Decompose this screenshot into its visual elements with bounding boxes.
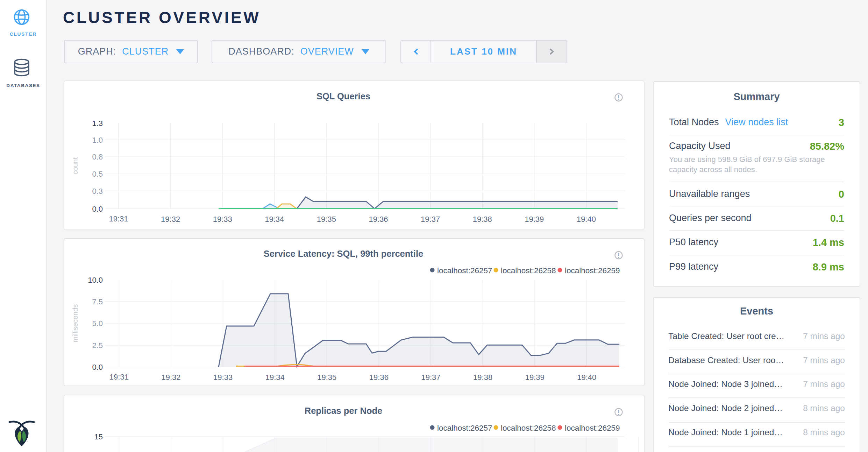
svg-text:0.5: 0.5: [92, 170, 103, 178]
svg-text:localhost:26257: localhost:26257: [437, 266, 492, 275]
svg-text:Replicas per Node: Replicas per Node: [305, 406, 383, 416]
svg-text:19:37: 19:37: [421, 215, 440, 224]
svg-text:milliseconds: milliseconds: [71, 304, 79, 342]
svg-text:19:38: 19:38: [473, 373, 492, 382]
svg-text:0.0: 0.0: [92, 363, 103, 372]
svg-text:2.5: 2.5: [92, 341, 103, 350]
svg-text:15: 15: [94, 432, 103, 441]
svg-text:SQL Queries: SQL Queries: [316, 91, 370, 101]
svg-text:localhost:26258: localhost:26258: [501, 266, 556, 275]
svg-text:19:31: 19:31: [109, 373, 129, 381]
svg-text:19:32: 19:32: [161, 215, 180, 224]
svg-text:19:35: 19:35: [317, 215, 336, 224]
svg-text:1.3: 1.3: [92, 119, 103, 128]
svg-text:19:33: 19:33: [213, 373, 233, 382]
svg-text:count: count: [71, 157, 79, 174]
svg-text:0.3: 0.3: [92, 187, 103, 196]
svg-text:10.0: 10.0: [88, 276, 103, 284]
svg-text:19:34: 19:34: [265, 373, 285, 382]
svg-text:7.5: 7.5: [92, 297, 103, 306]
svg-text:19:35: 19:35: [317, 373, 336, 382]
svg-text:19:38: 19:38: [473, 215, 492, 224]
svg-text:19:32: 19:32: [161, 373, 180, 382]
svg-text:19:39: 19:39: [525, 373, 545, 382]
svg-text:localhost:26257: localhost:26257: [437, 424, 492, 432]
svg-text:0.0: 0.0: [92, 205, 103, 213]
svg-text:19:36: 19:36: [369, 215, 388, 224]
svg-text:5.0: 5.0: [92, 319, 103, 328]
svg-text:19:33: 19:33: [213, 215, 232, 224]
svg-text:19:39: 19:39: [525, 215, 544, 224]
svg-text:1.0: 1.0: [92, 136, 103, 144]
svg-text:19:40: 19:40: [577, 373, 596, 382]
svg-text:19:36: 19:36: [369, 373, 389, 382]
svg-text:19:34: 19:34: [265, 215, 284, 224]
svg-text:19:37: 19:37: [421, 373, 440, 382]
svg-text:19:31: 19:31: [109, 214, 128, 223]
svg-text:19:40: 19:40: [577, 215, 596, 224]
svg-text:localhost:26258: localhost:26258: [501, 424, 556, 432]
svg-text:0.8: 0.8: [92, 153, 103, 161]
svg-text:Service Latency: SQL, 99th per: Service Latency: SQL, 99th percentile: [264, 249, 423, 259]
svg-text:localhost:26259: localhost:26259: [565, 424, 620, 432]
svg-text:localhost:26259: localhost:26259: [565, 266, 620, 275]
